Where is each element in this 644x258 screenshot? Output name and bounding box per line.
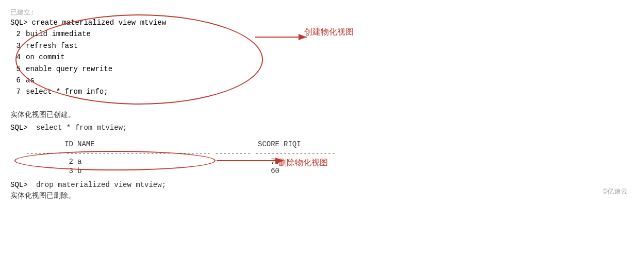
cell-score-2: 60 (180, 167, 284, 175)
cell-score-1: 79 (180, 158, 284, 166)
top-line: 已建立: (10, 8, 634, 17)
table-header: ID NAME SCORE RIQI (10, 139, 634, 149)
drop-prompt: SQL> (10, 181, 28, 189)
query-result-table: ID NAME SCORE RIQI --------- -----------… (10, 136, 634, 179)
cell-name-2: b (77, 167, 180, 175)
drop-command: drop materialized view mtview; (36, 181, 166, 189)
create-command: create materialized view mtview (32, 17, 166, 28)
sql-command-line: SQL> create materialized view mtview (10, 17, 634, 28)
table-separator: --------- ------------------------------… (10, 149, 634, 157)
code-block-create: SQL> create materialized view mtview 2 b… (10, 17, 634, 98)
drop-block: SQL> drop materialized view mtview; (10, 181, 634, 189)
status-created: 实体化视图已创建。 (10, 102, 634, 119)
col-header-name: NAME (77, 140, 180, 148)
sql-prompt: SQL> (10, 17, 28, 28)
col-header-id: ID (26, 140, 77, 148)
cell-riqi-2 (284, 167, 361, 175)
code-line-3: 3 refresh fast (10, 40, 634, 51)
status-dropped: 实体化视图已删除。 (10, 191, 634, 200)
col-header-riqi: RIQI (284, 140, 361, 148)
code-line-2: 2 build immediate (10, 28, 634, 40)
query-block: SQL> select * from mtview; (10, 124, 634, 132)
cell-id-1: 2 (26, 158, 77, 166)
query-prompt: SQL> (10, 124, 28, 132)
table-row: 2 a 79 (10, 157, 634, 166)
code-line-6: 6 as (10, 75, 634, 86)
query-command: select * from mtview; (36, 124, 127, 132)
cell-id-2: 3 (26, 167, 77, 175)
code-line-7: 7 select * from info; (10, 86, 634, 97)
cell-name-1: a (77, 158, 180, 166)
watermark: ©亿速云 (602, 187, 628, 196)
table-row: 3 b 60 (10, 166, 634, 176)
main-content: 已建立: SQL> create materialized view mtvie… (10, 5, 634, 200)
code-line-4: 4 on commit (10, 51, 634, 63)
code-line-5: 5 enable query rewrite (10, 63, 634, 75)
cell-riqi-1 (284, 158, 361, 166)
col-header-score: SCORE (180, 140, 284, 148)
